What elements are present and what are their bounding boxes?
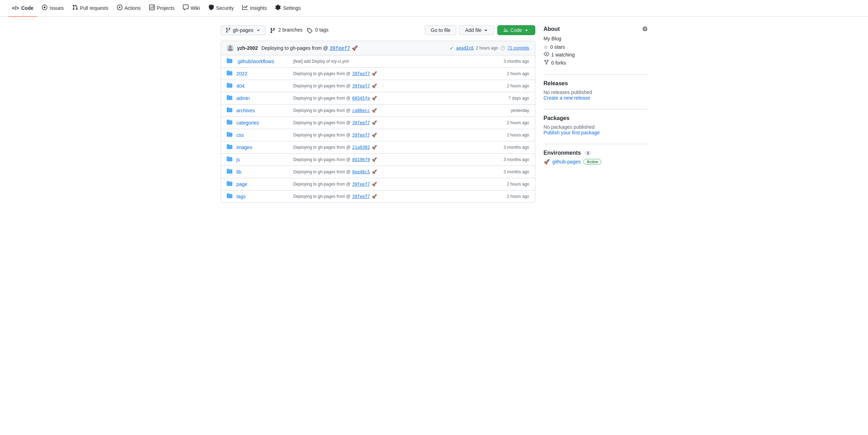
- nav-tab-pull-requests[interactable]: Pull requests: [69, 0, 112, 17]
- file-sha-link[interactable]: 39feef7: [352, 194, 370, 199]
- table-row: archivesDeploying to gh-pages from @ ca8…: [221, 105, 535, 117]
- file-time: 3 months ago: [494, 59, 529, 64]
- file-commit-msg: Deploying to gh-pages from @ 8d196f9 🚀: [293, 157, 490, 162]
- file-name-link[interactable]: css: [237, 132, 289, 138]
- code-button[interactable]: Code: [497, 25, 535, 35]
- file-name-link[interactable]: page: [237, 181, 289, 187]
- file-commit-msg: Deploying to gh-pages from @ 39feef7 🚀: [293, 133, 490, 138]
- file-name-link[interactable]: 2022: [237, 71, 289, 76]
- file-time: 3 months ago: [494, 169, 529, 174]
- branch-count-icon: [270, 28, 276, 33]
- file-commit-msg: Deploying to gh-pages from @ 8ee40c5 🚀: [293, 169, 490, 174]
- file-commit-msg: Deploying to gh-pages from @ ca86ecc 🚀: [293, 108, 490, 113]
- file-time: 7 days ago: [494, 96, 529, 101]
- insights-icon: [242, 5, 248, 11]
- branch-bar-left: gh-pages 2 branches 0 tags: [221, 25, 329, 35]
- projects-icon: [149, 5, 155, 11]
- branch-selector[interactable]: gh-pages: [221, 25, 266, 35]
- nav-tab-wiki[interactable]: Wiki: [179, 0, 203, 17]
- file-name-link[interactable]: tags: [237, 194, 289, 199]
- clock-icon: 🕐: [500, 46, 505, 51]
- nav-tab-issues[interactable]: Issues: [38, 0, 67, 17]
- file-time: yesterday: [494, 108, 529, 113]
- svg-point-1: [44, 7, 46, 8]
- tags-link[interactable]: 0 tags: [307, 27, 329, 33]
- file-name-link[interactable]: .github/workflows: [237, 59, 289, 64]
- file-sha-link[interactable]: 39feef7: [352, 182, 370, 187]
- file-sha-link[interactable]: 8ee40c5: [352, 169, 370, 174]
- top-nav: </> Code Issues Pull requests Actions Pr…: [0, 0, 868, 17]
- commit-sha-short[interactable]: aead2c6: [456, 46, 474, 51]
- folder-icon: [227, 107, 232, 114]
- file-name-link[interactable]: archives: [237, 108, 289, 113]
- folder-icon: [227, 70, 232, 77]
- nav-tab-insights[interactable]: Insights: [239, 0, 270, 17]
- commit-stats: ✓ aead2c6 2 hours ago 🕐 71 commits: [450, 45, 529, 51]
- nav-tab-security[interactable]: Security: [205, 0, 238, 17]
- sidebar-about-title: About ⚙: [544, 25, 648, 33]
- file-sha-link[interactable]: 39feef7: [352, 120, 370, 125]
- table-row: adminDeploying to gh-pages from @ 66545f…: [221, 92, 535, 105]
- tag-icon: [307, 28, 312, 33]
- nav-tab-code[interactable]: </> Code: [8, 0, 37, 17]
- file-time: 2 hours ago: [494, 120, 529, 125]
- file-name-link[interactable]: admin: [237, 95, 289, 101]
- file-commit-msg: Deploying to gh-pages from @ 39feef7 🚀: [293, 120, 490, 125]
- watching-stat: 1 watching: [544, 51, 648, 58]
- environments-header: Environments 1: [544, 150, 648, 156]
- file-commit-msg: [feat] add Deploy of my-ci.yml: [293, 59, 490, 64]
- folder-icon: [227, 156, 232, 163]
- rocket-env-icon: 🚀: [544, 159, 550, 165]
- file-name-link[interactable]: lib: [237, 169, 289, 175]
- branch-icon: [225, 27, 231, 33]
- file-sha-link[interactable]: 66545fe: [352, 96, 370, 101]
- table-row: imagesDeploying to gh-pages from @ 21a93…: [221, 141, 535, 154]
- code-icon: [503, 27, 509, 33]
- chevron-down-icon-code: [524, 27, 529, 33]
- go-to-file-button[interactable]: Go to file: [425, 25, 456, 35]
- file-sha-link[interactable]: 39feef7: [352, 83, 370, 88]
- table-row: .github/workflows[feat] add Deploy of my…: [221, 55, 535, 68]
- folder-icon: [227, 168, 232, 175]
- commit-sha-link[interactable]: 39feef7: [330, 45, 350, 51]
- main-layout: gh-pages 2 branches 0 tags Go to file: [210, 17, 659, 211]
- file-name-link[interactable]: categories: [237, 120, 289, 126]
- publish-package-link[interactable]: Publish your first package: [544, 130, 600, 135]
- sidebar-environments: Environments 1 🚀 github-pages Active: [544, 150, 648, 165]
- file-name-link[interactable]: 404: [237, 83, 289, 89]
- file-name-link[interactable]: js: [237, 157, 289, 162]
- svg-point-2: [229, 46, 232, 48]
- nav-tab-projects[interactable]: Projects: [146, 0, 178, 17]
- nav-tab-settings[interactable]: Settings: [272, 0, 304, 17]
- env-name-link[interactable]: github-pages: [552, 159, 581, 165]
- folder-icon: [227, 82, 232, 89]
- wiki-icon: [183, 5, 188, 11]
- star-icon: ☆: [544, 44, 548, 50]
- table-row: tagsDeploying to gh-pages from @ 39feef7…: [221, 190, 535, 202]
- commit-author: yzh-2002: [237, 45, 258, 51]
- file-sha-link[interactable]: 39feef7: [352, 133, 370, 138]
- packages-title: Packages: [544, 115, 648, 121]
- no-packages-text: No packages published: [544, 124, 648, 130]
- file-sha-link[interactable]: 21a9302: [352, 145, 370, 150]
- file-sha-link[interactable]: ca86ecc: [352, 108, 370, 113]
- file-time: 2 hours ago: [494, 133, 529, 138]
- blog-name: My Blog: [544, 36, 648, 41]
- folder-icon: [227, 132, 232, 139]
- commits-link[interactable]: 71 commits: [508, 46, 529, 51]
- file-name-link[interactable]: images: [237, 145, 289, 150]
- branches-link[interactable]: 2 branches: [270, 27, 303, 33]
- sidebar-gear-icon[interactable]: ⚙: [642, 25, 648, 33]
- file-sha-link[interactable]: 8d196f9: [352, 157, 370, 162]
- settings-icon: [275, 5, 281, 11]
- nav-tab-actions[interactable]: Actions: [113, 0, 144, 17]
- table-row: categoriesDeploying to gh-pages from @ 3…: [221, 117, 535, 129]
- add-file-button[interactable]: Add file: [459, 25, 495, 35]
- commit-row: yzh-2002 Deploying to gh-pages from @ 39…: [221, 41, 535, 55]
- file-sha-link[interactable]: 39feef7: [352, 71, 370, 76]
- folder-icon: [227, 193, 232, 200]
- forks-stat: 0 forks: [544, 59, 648, 66]
- stars-stat: ☆ 0 stars: [544, 44, 648, 50]
- create-release-link[interactable]: Create a new release: [544, 95, 590, 101]
- branch-bar-right: Go to file Add file Code: [425, 25, 535, 35]
